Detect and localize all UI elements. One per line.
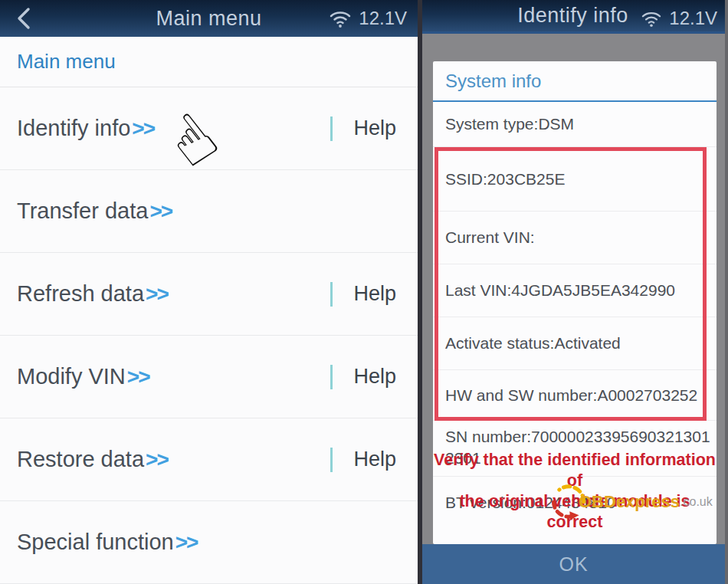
- menu-item-identify-info[interactable]: Identify info>> Help: [0, 87, 418, 170]
- menu-item-modify-vin[interactable]: Modify VIN>> Help: [0, 336, 418, 418]
- help-link[interactable]: Help: [353, 448, 396, 471]
- info-row-activate-status: Activate status:Activated: [433, 317, 717, 370]
- help-divider: [330, 116, 333, 141]
- help-link[interactable]: Help: [353, 365, 396, 389]
- chevron-arrows-icon: >>: [175, 530, 198, 555]
- info-row-bt-version: BT version:0124484810: [433, 477, 717, 529]
- sn-number-line1: SN number:70000023395690321301: [445, 426, 717, 448]
- system-info-dialog: System info System type:DSM SSID:203CB25…: [433, 61, 717, 544]
- info-row-sn-number: SN number:70000023395690321301 2301: [433, 421, 717, 477]
- help-divider: [330, 448, 333, 472]
- sn-number-line2: 2301: [445, 448, 717, 469]
- main-menu-screen: Main menu 12.1V Main menu Identify info>…: [0, 0, 418, 584]
- right-status-area: 12.1V: [641, 0, 717, 37]
- right-app-bar: Identify info 12.1V: [418, 0, 728, 34]
- menu-item-label: Modify VIN: [17, 364, 126, 389]
- left-status-area: 12.1V: [329, 0, 407, 37]
- chevron-arrows-icon: >>: [132, 116, 154, 141]
- info-row-last-vin: Last VIN:4JGDA5JB5EA342990: [433, 264, 717, 317]
- help-link[interactable]: Help: [353, 116, 396, 140]
- wifi-icon: [329, 8, 352, 28]
- help-link[interactable]: Help: [353, 282, 396, 306]
- voltage-indicator: 12.1V: [359, 8, 407, 29]
- menu-item-refresh-data[interactable]: Refresh data>> Help: [0, 253, 418, 336]
- menu-item-restore-data[interactable]: Restore data>> Help: [0, 418, 418, 501]
- section-title: Main menu: [0, 37, 418, 87]
- info-row-ssid: SSID:203CB25E: [433, 147, 717, 212]
- info-row-current-vin: Current VIN:: [433, 212, 717, 264]
- left-app-bar: Main menu 12.1V: [0, 0, 418, 37]
- chevron-arrows-icon: >>: [127, 365, 149, 389]
- help-divider: [330, 282, 333, 307]
- chevron-arrows-icon: >>: [146, 448, 168, 472]
- menu-item-special-function[interactable]: Special function>>: [0, 501, 418, 584]
- chevron-arrows-icon: >>: [149, 199, 172, 224]
- menu-item-label: Refresh data: [17, 281, 144, 307]
- dialog-title: System info: [433, 61, 717, 102]
- screenshot-root: Main menu 12.1V Main menu Identify info>…: [0, 0, 728, 584]
- info-row-system-type: System type:DSM: [433, 102, 717, 147]
- ok-button[interactable]: OK: [422, 544, 725, 584]
- menu-item-transfer-data[interactable]: Transfer data>>: [0, 170, 418, 253]
- identify-info-screen: Identify info 12.1V System info System t…: [418, 0, 728, 584]
- menu-item-label: Special function: [17, 530, 174, 555]
- screen-edge-divider: [418, 0, 422, 584]
- screen-edge-divider: [725, 0, 728, 584]
- voltage-indicator: 12.1V: [669, 8, 717, 29]
- chevron-arrows-icon: >>: [146, 282, 168, 307]
- wifi-icon: [641, 9, 662, 28]
- menu-item-label: Restore data: [17, 447, 144, 472]
- menu-item-label: Transfer data: [17, 198, 148, 224]
- menu-item-label: Identify info: [17, 116, 130, 141]
- info-row-hw-sw-number: HW and SW number:A0002703252: [433, 370, 717, 421]
- help-divider: [330, 365, 333, 389]
